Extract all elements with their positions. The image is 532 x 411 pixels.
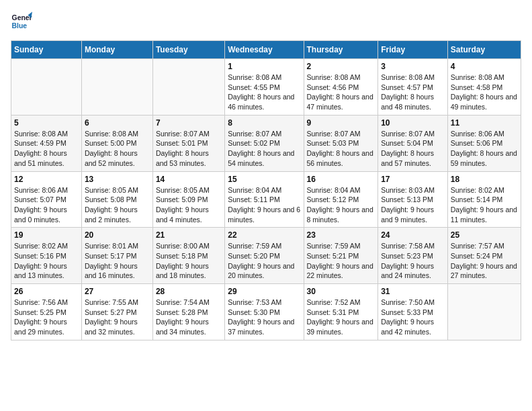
day-number: 17 [381,175,445,184]
day-info: Sunrise: 7:59 AM Sunset: 5:21 PM Dayligh… [307,241,375,281]
day-info: Sunrise: 8:07 AM Sunset: 5:03 PM Dayligh… [307,129,375,169]
day-info: Sunrise: 8:05 AM Sunset: 5:08 PM Dayligh… [85,185,150,225]
calendar-cell: 21Sunrise: 8:00 AM Sunset: 5:18 PM Dayli… [152,228,224,284]
day-number: 14 [156,175,222,184]
day-number: 4 [451,62,518,71]
calendar-cell: 4Sunrise: 8:08 AM Sunset: 4:58 PM Daylig… [447,59,521,116]
calendar-cell: 25Sunrise: 7:57 AM Sunset: 5:24 PM Dayli… [447,228,521,284]
col-header-sunday: Sunday [11,41,82,59]
calendar-cell: 23Sunrise: 7:59 AM Sunset: 5:21 PM Dayli… [304,228,378,284]
day-info: Sunrise: 8:08 AM Sunset: 4:56 PM Dayligh… [307,73,375,112]
col-header-friday: Friday [378,41,448,59]
day-number: 23 [307,230,375,240]
day-info: Sunrise: 7:57 AM Sunset: 5:24 PM Dayligh… [451,241,518,281]
day-info: Sunrise: 8:05 AM Sunset: 5:09 PM Dayligh… [156,185,222,225]
day-number: 2 [307,62,375,71]
calendar-cell: 18Sunrise: 8:02 AM Sunset: 5:14 PM Dayli… [447,171,521,228]
day-number: 25 [451,230,518,240]
day-number: 5 [14,118,79,128]
day-number: 10 [381,118,445,128]
day-number: 21 [156,230,222,240]
day-number: 22 [228,230,300,240]
page-header: General Blue [11,11,521,32]
day-number: 29 [228,287,300,296]
day-info: Sunrise: 8:08 AM Sunset: 5:00 PM Dayligh… [85,129,150,169]
day-number: 28 [156,287,222,296]
day-info: Sunrise: 8:07 AM Sunset: 5:01 PM Dayligh… [156,129,222,169]
calendar-cell: 24Sunrise: 7:58 AM Sunset: 5:23 PM Dayli… [378,228,448,284]
col-header-wednesday: Wednesday [225,41,304,59]
day-info: Sunrise: 8:02 AM Sunset: 5:16 PM Dayligh… [14,241,79,281]
calendar-cell: 1Sunrise: 8:08 AM Sunset: 4:55 PM Daylig… [225,59,304,116]
calendar-cell: 14Sunrise: 8:05 AM Sunset: 5:09 PM Dayli… [152,171,224,228]
calendar-week-row: 5Sunrise: 8:08 AM Sunset: 4:59 PM Daylig… [11,115,521,171]
day-info: Sunrise: 7:58 AM Sunset: 5:23 PM Dayligh… [381,241,445,281]
col-header-thursday: Thursday [304,41,378,59]
day-number: 27 [85,287,150,296]
col-header-saturday: Saturday [447,41,521,59]
day-number: 20 [85,230,150,240]
day-info: Sunrise: 7:53 AM Sunset: 5:30 PM Dayligh… [228,298,300,337]
calendar-cell: 12Sunrise: 8:06 AM Sunset: 5:07 PM Dayli… [11,171,82,228]
col-header-tuesday: Tuesday [152,41,224,59]
calendar-cell: 7Sunrise: 8:07 AM Sunset: 5:01 PM Daylig… [152,115,224,171]
day-number: 19 [14,230,79,240]
calendar-cell: 17Sunrise: 8:03 AM Sunset: 5:13 PM Dayli… [378,171,448,228]
calendar-cell: 2Sunrise: 8:08 AM Sunset: 4:56 PM Daylig… [304,59,378,116]
day-info: Sunrise: 8:07 AM Sunset: 5:04 PM Dayligh… [381,129,445,169]
calendar-cell: 31Sunrise: 7:50 AM Sunset: 5:33 PM Dayli… [378,284,448,340]
day-info: Sunrise: 7:59 AM Sunset: 5:20 PM Dayligh… [228,241,300,281]
calendar-cell [81,59,152,116]
day-number: 18 [451,175,518,184]
calendar-cell: 13Sunrise: 8:05 AM Sunset: 5:08 PM Dayli… [81,171,152,228]
day-number: 13 [85,175,150,184]
day-number: 7 [156,118,222,128]
day-number: 6 [85,118,150,128]
calendar-week-row: 1Sunrise: 8:08 AM Sunset: 4:55 PM Daylig… [11,59,521,116]
calendar-week-row: 12Sunrise: 8:06 AM Sunset: 5:07 PM Dayli… [11,171,521,228]
day-number: 30 [307,287,375,296]
logo-icon: General Blue [11,11,32,32]
day-number: 12 [14,175,79,184]
calendar-cell [152,59,224,116]
day-info: Sunrise: 8:03 AM Sunset: 5:13 PM Dayligh… [381,185,445,225]
logo: General Blue [11,11,35,32]
calendar-cell: 29Sunrise: 7:53 AM Sunset: 5:30 PM Dayli… [225,284,304,340]
calendar-cell: 10Sunrise: 8:07 AM Sunset: 5:04 PM Dayli… [378,115,448,171]
calendar-cell: 20Sunrise: 8:01 AM Sunset: 5:17 PM Dayli… [81,228,152,284]
day-info: Sunrise: 7:56 AM Sunset: 5:25 PM Dayligh… [14,298,79,337]
day-info: Sunrise: 8:06 AM Sunset: 5:06 PM Dayligh… [451,129,518,169]
calendar-cell: 6Sunrise: 8:08 AM Sunset: 5:00 PM Daylig… [81,115,152,171]
calendar-week-row: 19Sunrise: 8:02 AM Sunset: 5:16 PM Dayli… [11,228,521,284]
calendar-cell: 8Sunrise: 8:07 AM Sunset: 5:02 PM Daylig… [225,115,304,171]
day-info: Sunrise: 8:04 AM Sunset: 5:11 PM Dayligh… [228,185,300,225]
day-info: Sunrise: 8:00 AM Sunset: 5:18 PM Dayligh… [156,241,222,281]
calendar-header: SundayMondayTuesdayWednesdayThursdayFrid… [11,41,521,59]
svg-text:Blue: Blue [12,22,28,30]
calendar-cell: 30Sunrise: 7:52 AM Sunset: 5:31 PM Dayli… [304,284,378,340]
day-number: 16 [307,175,375,184]
day-info: Sunrise: 8:08 AM Sunset: 4:59 PM Dayligh… [14,129,79,169]
day-number: 11 [451,118,518,128]
calendar-cell: 3Sunrise: 8:08 AM Sunset: 4:57 PM Daylig… [378,59,448,116]
calendar-cell: 11Sunrise: 8:06 AM Sunset: 5:06 PM Dayli… [447,115,521,171]
day-info: Sunrise: 8:08 AM Sunset: 4:58 PM Dayligh… [451,73,518,112]
calendar-cell: 27Sunrise: 7:55 AM Sunset: 5:27 PM Dayli… [81,284,152,340]
day-info: Sunrise: 7:54 AM Sunset: 5:28 PM Dayligh… [156,298,222,337]
day-info: Sunrise: 8:08 AM Sunset: 4:55 PM Dayligh… [228,73,300,112]
calendar-cell: 16Sunrise: 8:04 AM Sunset: 5:12 PM Dayli… [304,171,378,228]
calendar-cell [11,59,82,116]
day-number: 26 [14,287,79,296]
day-info: Sunrise: 8:06 AM Sunset: 5:07 PM Dayligh… [14,185,79,225]
day-info: Sunrise: 7:55 AM Sunset: 5:27 PM Dayligh… [85,298,150,337]
day-info: Sunrise: 8:02 AM Sunset: 5:14 PM Dayligh… [451,185,518,225]
day-number: 3 [381,62,445,71]
day-number: 15 [228,175,300,184]
calendar-cell: 26Sunrise: 7:56 AM Sunset: 5:25 PM Dayli… [11,284,82,340]
day-info: Sunrise: 7:50 AM Sunset: 5:33 PM Dayligh… [381,298,445,337]
day-number: 1 [228,62,300,71]
calendar-cell: 28Sunrise: 7:54 AM Sunset: 5:28 PM Dayli… [152,284,224,340]
calendar-cell [447,284,521,340]
calendar-cell: 22Sunrise: 7:59 AM Sunset: 5:20 PM Dayli… [225,228,304,284]
day-number: 31 [381,287,445,296]
